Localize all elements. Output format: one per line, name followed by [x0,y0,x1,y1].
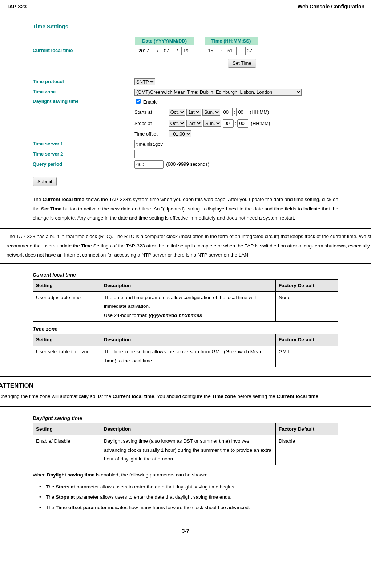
attention-text: Changing the time zone will automaticall… [0,392,371,401]
t3-setting: Enable/ Disable [33,435,101,465]
hhmm-hint: (HH:MM) [250,109,269,115]
th-description: Description [101,279,276,291]
start-day-select[interactable]: Sun. [202,109,220,116]
t3-default: Disable [276,435,338,465]
label-time-protocol: Time protocol [33,77,134,86]
note-label: NOTE [0,232,7,260]
paragraph-2: When Daylight saving time is enabled, th… [33,470,338,480]
start-month-select[interactable]: Oct. [169,109,185,116]
t2-setting: User selectable time zone [33,346,101,367]
year-input[interactable] [137,47,153,55]
header-left: TAP-323 [7,3,27,11]
t1-setting: User adjustable time [33,292,101,322]
date-header: Date (YYYY/MM/DD) [135,37,194,45]
page-header: TAP-323 Web Console Configuration [0,0,371,12]
time-offset-select[interactable]: +01:00 [169,130,191,137]
time-settings-form: Time Settings Current local time Date (Y… [33,23,338,190]
table-time-zone: Setting Description Factory Default User… [33,334,338,367]
dst-enable-checkbox[interactable] [136,99,141,104]
attention-block: ATTENTION Changing the time zone will au… [0,376,371,407]
second-input[interactable] [245,47,256,55]
time-protocol-select[interactable]: SNTP [134,78,155,85]
t2-default: GMT [276,346,338,367]
note-text: The TAP-323 has a built-in real time clo… [7,232,371,260]
set-time-button[interactable]: Set Time [228,59,256,68]
t2-desc: The time zone setting allows the convers… [101,346,276,367]
label-daylight: Daylight saving time [33,97,134,106]
submit-button[interactable]: Submit [33,177,57,186]
table2-title: Time zone [33,325,338,333]
stop-min-input[interactable] [237,119,248,128]
bullet-time-offset: The Time offset parameter indicates how … [39,503,338,513]
hhmm-hint-2: (HH:MM) [251,121,270,126]
page-number: 3-7 [33,527,338,542]
t3-desc: Daylight saving time (also known as DST … [101,435,276,465]
label-current-local-time: Current local time [33,36,134,55]
query-period-input[interactable] [134,160,164,169]
header-right: Web Console Configuration [298,3,364,11]
table-current-local-time: Setting Description Factory Default User… [33,279,338,322]
table1-title: Current local time [33,271,338,279]
t1-default: None [276,292,338,322]
stop-day-select[interactable]: Sun. [203,120,221,127]
label-time-server-2: Time server 2 [33,150,134,158]
th-setting: Setting [33,279,101,291]
hour-input[interactable] [206,47,217,55]
query-period-hint: (600~9999 seconds) [166,161,209,168]
day-input[interactable] [181,47,192,55]
date-time-table: Date (YYYY/MM/DD) Time (HH:MM:SS) / / : [134,36,258,69]
stops-at-label: Stops at [134,120,167,127]
bullet-starts-at: The Starts at parameter allows users to … [39,482,338,492]
time-header: Time (HH:MM:SS) [205,37,257,45]
bullet-stops-at: The Stops at parameter allows users to e… [39,492,338,502]
stop-hour-input[interactable] [223,119,234,128]
start-hour-input[interactable] [222,108,233,116]
t1-desc: The date and time parameters allow confi… [101,292,276,322]
section-title: Time Settings [33,23,338,31]
month-input[interactable] [162,47,173,55]
time-offset-label: Time offset [134,130,167,138]
dst-bullets: The Starts at parameter allows users to … [33,482,338,513]
starts-at-label: Starts at [134,109,167,116]
minute-input[interactable] [226,47,237,55]
start-week-select[interactable]: 1st [186,109,201,116]
time-server-2-input[interactable] [134,150,236,158]
table3-title: Daylight saving time [33,415,338,422]
stop-month-select[interactable]: Oct. [169,120,185,127]
note-block: NOTE The TAP-323 has a built-in real tim… [0,228,371,264]
label-time-zone: Time zone [33,88,134,96]
stop-week-select[interactable]: last [186,120,202,127]
label-time-server-1: Time server 1 [33,140,134,148]
enable-label: Enable [143,99,158,105]
start-min-input[interactable] [236,108,247,116]
th-default: Factory Default [276,279,338,291]
time-zone-select[interactable]: (GMT)Greenwich Mean Time: Dublin, Edinbu… [134,89,302,96]
table-dst: Setting Description Factory Default Enab… [33,423,338,465]
attention-title: ATTENTION [0,381,371,391]
time-server-1-input[interactable] [134,140,236,148]
paragraph-1: The Current local time shows the TAP-323… [33,195,338,223]
label-query-period: Query period [33,160,134,169]
